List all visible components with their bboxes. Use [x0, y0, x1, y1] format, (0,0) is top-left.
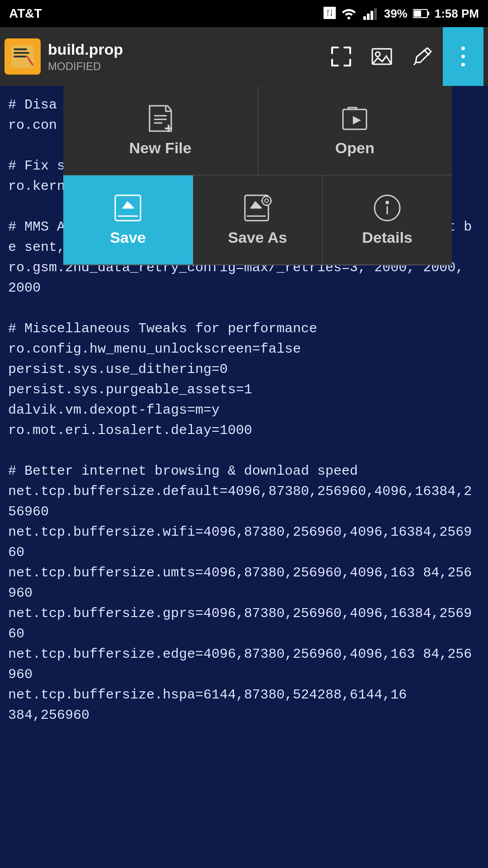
svg-point-17	[461, 47, 465, 50]
time-label: 1:58 PM	[435, 7, 479, 21]
svg-point-0	[347, 17, 350, 19]
svg-point-30	[262, 196, 271, 205]
pen-button[interactable]	[402, 27, 443, 86]
top-bar-actions	[321, 27, 483, 86]
main-content: # Disa ro.con # Fix s ro.kern # MMS APN …	[0, 86, 488, 868]
svg-point-18	[461, 55, 465, 58]
expand-button[interactable]	[321, 27, 361, 86]
open-menu-item[interactable]: Open	[258, 86, 452, 175]
file-name: build.prop	[48, 41, 314, 58]
signal-icon	[362, 5, 379, 22]
dropdown-menu: New File Open	[63, 86, 452, 265]
status-bar-right: 🅽 39% 1:58 PM	[324, 5, 479, 22]
save-menu-item[interactable]: Save	[63, 175, 193, 264]
battery-icon	[413, 9, 429, 19]
save-as-label: Save As	[228, 229, 287, 246]
more-button[interactable]	[443, 27, 483, 86]
image-button[interactable]	[361, 27, 402, 86]
nfc-icon: 🅽	[324, 7, 335, 21]
details-icon	[373, 193, 402, 222]
open-label: Open	[335, 139, 375, 157]
carrier-label: AT&T	[9, 6, 42, 21]
new-file-icon	[146, 104, 175, 133]
svg-rect-2	[367, 14, 370, 20]
save-label: Save	[110, 229, 145, 246]
app-icon	[5, 38, 41, 75]
save-as-icon	[243, 193, 272, 222]
svg-rect-7	[414, 10, 421, 17]
battery-label: 39%	[384, 7, 408, 21]
svg-rect-10	[14, 52, 29, 54]
top-bar: build.prop MODIFIED	[0, 27, 488, 86]
svg-line-16	[414, 62, 416, 65]
svg-point-14	[375, 52, 380, 57]
new-file-menu-item[interactable]: New File	[63, 86, 258, 175]
svg-rect-9	[14, 48, 27, 50]
svg-point-38	[386, 202, 389, 204]
svg-rect-1	[363, 16, 366, 20]
wifi-icon	[341, 5, 357, 22]
svg-line-15	[424, 50, 429, 55]
file-info: build.prop MODIFIED	[48, 41, 314, 73]
svg-point-19	[461, 63, 465, 66]
save-icon	[113, 193, 142, 222]
new-file-label: New File	[129, 139, 192, 157]
details-label: Details	[362, 229, 413, 246]
svg-rect-11	[14, 56, 26, 57]
file-status: MODIFIED	[48, 60, 314, 73]
svg-rect-6	[427, 12, 429, 15]
open-icon	[340, 104, 369, 133]
details-menu-item[interactable]: Details	[323, 175, 452, 264]
svg-rect-4	[374, 8, 377, 20]
status-bar: AT&T 🅽 39% 1:58 PM	[0, 0, 488, 27]
save-as-menu-item[interactable]: Save As	[193, 175, 323, 264]
svg-rect-3	[371, 11, 373, 20]
